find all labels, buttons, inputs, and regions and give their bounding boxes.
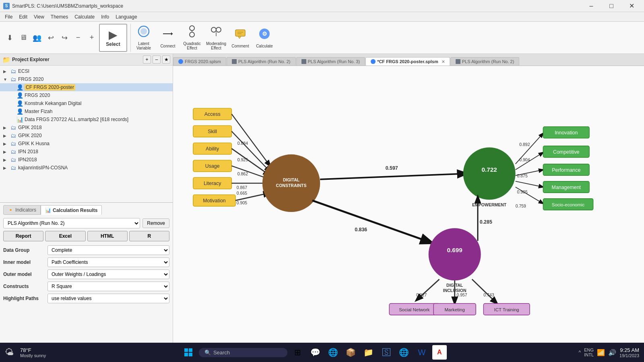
tab-pls-algo-2[interactable]: PLS Algorithm (Run No. 2) [227,57,296,66]
clock-time: 9:25 AM [619,347,639,353]
calculate-button[interactable]: ⚙ Calculate [253,24,276,52]
maximize-button[interactable]: □ [602,0,621,12]
calculate-label: Calculate [256,44,273,48]
minimize-button[interactable]: – [582,0,601,12]
undo-button[interactable]: ↩ [44,31,57,44]
moderating-label: Moderating Effect [206,41,226,50]
moderating-icon [210,25,223,41]
tree-label: Data FRGS 270722 ALL.smartpls2 [618 reco… [25,117,128,122]
outer-model-row: Outer model Outer Weights / Loadings [3,269,169,279]
monitor-button[interactable]: 🖥 [17,31,30,44]
collapse-button[interactable]: – [153,56,161,64]
svg-text:Ability: Ability [206,146,219,152]
edge-icon[interactable]: 🌐 [326,345,341,360]
r-button[interactable]: R [129,231,169,241]
tree-item-ipn2018[interactable]: ▶ 🗂 IPN 2018 [0,148,173,156]
report-button[interactable]: Report [3,231,43,241]
zoom-out-button[interactable]: − [72,31,85,44]
menu-view[interactable]: View [31,13,47,21]
star-button[interactable]: ★ [162,56,170,64]
chevron-icon[interactable]: ^ [579,350,581,355]
toolbar: ⬇ 🖥 👥 ↩ ↪ − + ▶ Select Latent Variable C… [0,22,644,54]
svg-rect-88 [184,348,188,352]
arrow-icon: ▶ [3,150,10,154]
menu-info[interactable]: Info [98,13,112,21]
explorer-icon[interactable]: 📁 [361,345,376,360]
office-icon[interactable]: 📦 [344,345,358,360]
tab-model-icon [371,59,376,64]
users-button[interactable]: 👥 [31,31,43,44]
smartpls-taskbar-icon[interactable]: 🅂 [379,345,394,360]
tab-pls-algo-2b[interactable]: PLS Algorithm (Run No. 2) [450,57,520,66]
svg-text:DIGITAL: DIGITAL [283,177,300,182]
highlight-paths-select[interactable]: use relative values [47,294,169,303]
diagram-canvas[interactable]: Access Skill 0.884 Ability 0.925 Usage 0… [173,66,644,343]
svg-text:0.905: 0.905 [237,200,247,205]
quadratic-effect-button[interactable]: Quadratic Effect [181,24,203,52]
svg-point-4 [190,26,194,31]
tree-item-ecsi[interactable]: ▶ 🗂 ECSI [0,67,173,75]
arrow-icon: ▶ [3,158,10,162]
close-button[interactable]: ✕ [622,0,641,12]
excel-button[interactable]: Excel [45,231,85,241]
menu-language[interactable]: Language [112,13,140,21]
redo-button[interactable]: ↪ [58,31,71,44]
tree-item-konstruk[interactable]: 👤 Konstruk Kekangan Digital [0,99,173,107]
zoom-in-button[interactable]: + [85,31,98,44]
pdf-icon[interactable]: A [432,345,447,360]
path-diagram: Access Skill 0.884 Ability 0.925 Usage 0… [173,66,644,343]
moderating-effect-button[interactable]: Moderating Effect [205,24,227,52]
tree-item-kajian[interactable]: ▶ 🗂 kajianrintisIPN-COSNA [0,164,173,172]
menu-file[interactable]: File [2,13,16,21]
inner-model-select[interactable]: Path Coefficients [47,257,169,267]
teams-icon[interactable]: 💬 [308,345,323,360]
comment-button[interactable]: Comment [229,24,252,52]
outer-model-select[interactable]: Outer Weights / Loadings [47,269,169,279]
tree-item-master[interactable]: 👤 Master Fizah [0,107,173,115]
tree-item-frgs2020[interactable]: ▼ 🗂 FRGS 2020 [0,75,173,83]
chrome-icon[interactable]: 🌐 [397,345,411,360]
algorithm-select[interactable]: PLS Algorithm (Run No. 2) [3,218,140,228]
add-item-button[interactable]: + [143,56,151,64]
constructs-row: Constructs R Square [3,282,169,291]
tab-close-icon[interactable]: ✕ [442,60,445,64]
select-button[interactable]: ▶ Select [99,24,127,52]
system-clock[interactable]: 9:25 AM 19/1/2023 [619,347,639,358]
tree-item-gpik2018[interactable]: ▶ 🗂 GPIK 2018 [0,123,173,132]
data-icon: 📊 [16,116,23,123]
svg-text:Socio-economic: Socio-economic [552,202,585,207]
windows-icon [184,348,193,357]
menu-edit[interactable]: Edit [16,13,31,21]
latent-variable-button[interactable]: Latent Variable [132,24,155,52]
folder-icon: 🗂 [10,76,17,82]
tree-item-gpik2020[interactable]: ▶ 🗂 GPIK 2020 [0,132,173,140]
constructs-select[interactable]: R Square [47,282,169,291]
tree-item-frgs2020-model[interactable]: 👤 FRGS 2020 [0,91,173,99]
tree-item-data[interactable]: 📊 Data FRGS 270722 ALL.smartpls2 [618 re… [0,115,173,123]
connect-button[interactable]: Connect [157,24,179,52]
download-button[interactable]: ⬇ [3,31,16,44]
tab-pls-algo-3[interactable]: PLS Algorithm (Run No. 3) [296,57,365,66]
start-button[interactable] [181,345,196,360]
taskview-button[interactable]: ⊞ [291,345,305,360]
tree-item-gpikk[interactable]: ▶ 🗂 GPIK K Husna [0,140,173,148]
data-group-select[interactable]: Complete [47,245,169,255]
tab-calculation-results[interactable]: 📊 Calculation Results [41,205,102,215]
tree-item-ipn2018b[interactable]: ▶ 🗂 IPN2018 [0,156,173,164]
taskbar-right: ^ ENG INTL 📶 🔊 9:25 AM 19/1/2023 [579,347,639,358]
svg-line-21 [231,131,270,171]
tab-frgs-splsm[interactable]: FRGS 2020.splsm [173,57,226,66]
tree-label: Master Fizah [25,109,52,114]
word-icon[interactable]: W [415,345,429,360]
model-icon: 👤 [16,84,23,90]
menu-calculate[interactable]: Calculate [71,13,98,21]
svg-text:0.665: 0.665 [237,191,247,195]
menu-themes[interactable]: Themes [47,13,71,21]
search-bar[interactable]: 🔍 Search [199,348,287,357]
remove-button[interactable]: Remove [142,218,169,228]
calculate-icon: ⚙ [258,27,271,43]
tab-cf-frgs-active[interactable]: *CF FRGS 2020-poster.splsm ✕ [365,57,450,66]
html-button[interactable]: HTML [87,231,128,241]
tab-indicators[interactable]: 🔸 Indicators [3,205,41,215]
tree-item-cf-frgs[interactable]: 👤 CF FRGS 2020-poster [0,83,173,91]
